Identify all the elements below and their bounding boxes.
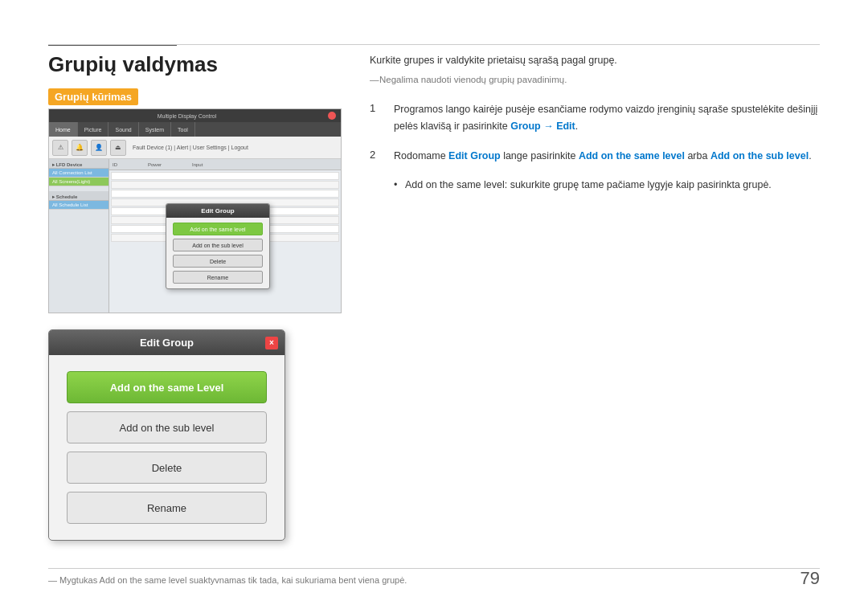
ss-col-id: ID — [113, 162, 117, 167]
step-2-content: Rodomame Edit Group lange pasirinkite Ad… — [394, 148, 812, 165]
add-same-level-button[interactable]: Add on the same Level — [67, 371, 267, 403]
right-column: Kurkite grupes ir valdykite prietaisų są… — [370, 52, 820, 205]
bullet-item: Add on the same level: sukurkite grupę t… — [394, 177, 820, 194]
add-sub-level-button[interactable]: Add on the sub level — [67, 411, 267, 443]
screenshot-area: Multiple Display Control Home Picture So… — [48, 108, 342, 313]
delete-button[interactable]: Delete — [67, 452, 267, 484]
top-rule — [48, 44, 820, 45]
dialog-title-text: Edit Group — [140, 337, 194, 349]
step-2-number: 2 — [370, 148, 384, 165]
table-row — [111, 190, 339, 198]
ss-sidebar-section-lfd: ▸ LFD Device — [49, 159, 108, 169]
ss-toolbar: ⚠ 🔔 👤 ⏏ Fault Device (1) | Alert | User … — [49, 137, 341, 159]
user-settings-icon[interactable]: 👤 — [91, 140, 107, 156]
ss-col-input: Input — [192, 162, 203, 167]
rename-button[interactable]: Rename — [67, 492, 267, 524]
dialog-titlebar: Edit Group × — [49, 330, 285, 355]
ss-nav-home[interactable]: Home — [49, 122, 78, 137]
ss-popup-add-sub[interactable]: Add on the sub level — [173, 239, 263, 251]
ss-toolbar-labels: Fault Device (1) | Alert | User Settings… — [133, 145, 248, 150]
edit-group-dialog: Edit Group × Add on the same Level Add o… — [48, 329, 285, 541]
bullet-text: : sukurkite grupę tame pačiame lygyje ka… — [505, 179, 772, 190]
ss-nav-tool[interactable]: Tool — [171, 122, 195, 137]
footnote-text: — Mygtukas Add on the same level suaktyv… — [48, 575, 820, 585]
step-1-text-after: . — [575, 121, 578, 132]
main-title: Grupių valdymas — [48, 52, 218, 77]
dialog-body: Add on the same Level Add on the sub lev… — [49, 355, 285, 540]
page-number: 79 — [800, 568, 820, 589]
ss-titlebar: Multiple Display Control — [49, 109, 341, 122]
ss-main-content: ID Power Input Edit Group — [109, 159, 341, 313]
ss-sidebar-item-schedule[interactable]: All Schedule List — [49, 201, 108, 210]
step-1: 1 Programos lango kairėje pusėje esančia… — [370, 101, 820, 134]
bullet-link: Add on the same level — [405, 179, 505, 190]
step-2-link1: Edit Group — [448, 150, 501, 161]
ss-nav: Home Picture Sound System Tool — [49, 122, 341, 137]
note-text: Negalima naudoti vienodų grupių pavadini… — [370, 73, 820, 87]
ss-nav-sound[interactable]: Sound — [108, 122, 138, 137]
dialog-close-button[interactable]: × — [265, 337, 278, 349]
fault-device-icon[interactable]: ⚠ — [52, 140, 68, 156]
ss-popup-delete[interactable]: Delete — [173, 255, 263, 268]
step-2-text-before: Rodomame — [394, 150, 448, 161]
intro-text: Kurkite grupes ir valdykite prietaisų są… — [370, 52, 820, 68]
table-row — [111, 181, 339, 189]
ss-col-power: Power — [148, 162, 162, 167]
step-1-number: 1 — [370, 101, 384, 134]
logout-icon[interactable]: ⏏ — [110, 140, 126, 156]
ss-close-button[interactable] — [328, 112, 336, 120]
ss-popup-title: Edit Group — [166, 204, 269, 218]
ss-popup-add-same[interactable]: Add on the same level — [173, 223, 263, 235]
ss-content-header: ID Power Input — [109, 159, 341, 170]
ss-nav-picture[interactable]: Picture — [78, 122, 109, 137]
bullet-block: Add on the same level: sukurkite grupę t… — [394, 177, 820, 194]
ss-popup-rename[interactable]: Rename — [173, 271, 263, 284]
ss-sidebar-section-schedule: ▸ Schedule — [49, 191, 108, 201]
ss-sidebar-item-connection[interactable]: All Connection List — [49, 169, 108, 178]
bottom-rule — [48, 568, 820, 569]
step-2: 2 Rodomame Edit Group lange pasirinkite … — [370, 148, 820, 165]
ss-nav-system[interactable]: System — [139, 122, 171, 137]
fault-device-alert-icon[interactable]: 🔔 — [72, 140, 88, 156]
step-2-text-after: . — [809, 150, 811, 161]
ss-edit-group-popup: Edit Group Add on the same level Add on … — [166, 203, 270, 289]
table-row — [111, 172, 339, 180]
step-2-link2: Add on the same level — [579, 150, 685, 161]
step-2-text-mid: lange pasirinkite — [501, 150, 579, 161]
ss-popup-body: Add on the same level Add on the sub lev… — [166, 218, 269, 288]
ss-sidebar-item-screens[interactable]: All Screens(Light) — [49, 178, 108, 186]
step-2-link3: Add on the sub level — [710, 150, 809, 161]
ss-sidebar: ▸ LFD Device All Connection List All Scr… — [49, 159, 109, 313]
ss-body: ▸ LFD Device All Connection List All Scr… — [49, 159, 341, 313]
step-2-text-mid2: arba — [685, 150, 710, 161]
section-badge: Grupių kūrimas — [48, 88, 138, 105]
step-1-text-before: Programos lango kairėje pusėje esančiame… — [394, 104, 817, 132]
screenshot-inner: Multiple Display Control Home Picture So… — [49, 109, 341, 313]
step-1-content: Programos lango kairėje pusėje esančiame… — [394, 101, 820, 134]
step-1-link: Group → Edit — [510, 121, 575, 132]
ss-titlebar-text: Multiple Display Control — [54, 113, 320, 119]
